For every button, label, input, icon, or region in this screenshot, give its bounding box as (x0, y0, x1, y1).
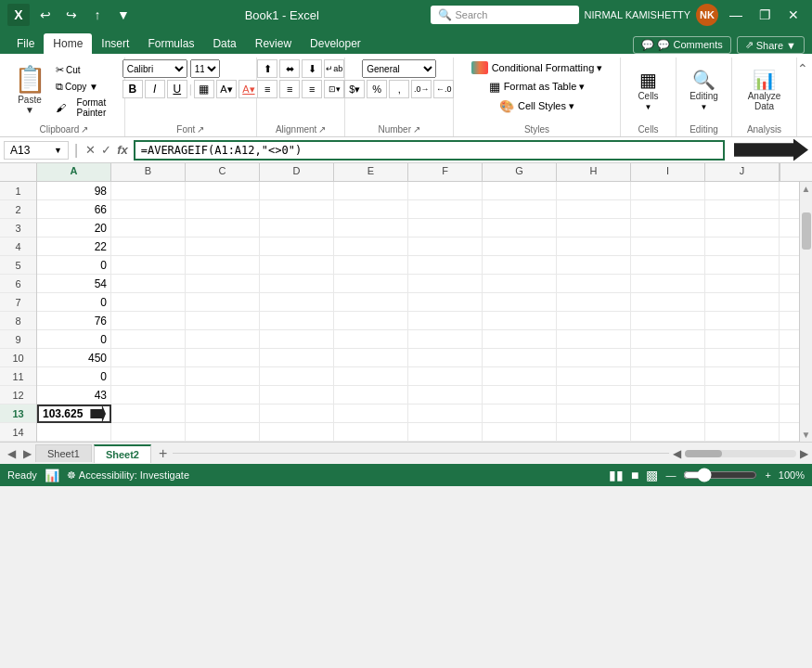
row-num-6[interactable]: 6 (0, 275, 36, 293)
cell-c2[interactable] (186, 200, 260, 219)
cell-f9[interactable] (408, 330, 483, 349)
clipboard-expand-icon[interactable]: ↗ (81, 124, 88, 135)
cell-e1[interactable] (334, 182, 408, 200)
cell-c8[interactable] (186, 312, 260, 330)
cell-i7[interactable] (631, 293, 705, 312)
accept-formula-button[interactable]: ✓ (99, 143, 113, 157)
col-header-j[interactable]: J (705, 163, 780, 181)
cell-h4[interactable] (557, 238, 631, 256)
scroll-up-button[interactable]: ▲ (802, 184, 811, 194)
sheet-tab-sheet2[interactable]: Sheet2 (94, 444, 151, 463)
cell-b4[interactable] (111, 238, 186, 256)
undo-button[interactable]: ↩ (35, 5, 56, 25)
row-num-8[interactable]: 8 (0, 312, 36, 330)
cell-h9[interactable] (557, 330, 631, 349)
align-middle-button[interactable]: ⬌ (279, 59, 300, 78)
wrap-text-button[interactable]: ↵ab (324, 59, 344, 78)
cell-i11[interactable] (631, 367, 705, 386)
cell-h6[interactable] (557, 275, 631, 293)
col-header-e[interactable]: E (334, 163, 408, 181)
cell-d10[interactable] (260, 349, 334, 367)
number-expand-icon[interactable]: ↗ (413, 124, 420, 135)
merge-cells-button[interactable]: ⊡▾ (324, 80, 344, 98)
cell-e10[interactable] (334, 349, 408, 367)
tab-data[interactable]: Data (203, 33, 245, 54)
vertical-scrollbar[interactable]: ▲ ▼ (799, 182, 812, 442)
cell-c4[interactable] (186, 238, 260, 256)
search-box[interactable]: 🔍 Search (431, 6, 579, 24)
cell-d2[interactable] (260, 200, 334, 219)
cell-h3[interactable] (557, 219, 631, 238)
cell-a12[interactable]: 43 (37, 386, 111, 405)
font-name-select[interactable]: Calibri (122, 59, 187, 78)
cell-g13[interactable] (483, 405, 557, 423)
conditional-formatting-button[interactable]: Conditional Formatting ▾ (468, 59, 607, 76)
cell-i9[interactable] (631, 330, 705, 349)
cell-styles-button[interactable]: 🎨 Cell Styles ▾ (496, 97, 578, 115)
decrease-decimal-button[interactable]: ←.0 (433, 80, 454, 98)
cell-ref-dropdown-icon[interactable]: ▼ (54, 146, 62, 155)
row-num-14[interactable]: 14 (0, 423, 36, 442)
cell-d8[interactable] (260, 312, 334, 330)
add-sheet-button[interactable]: + (153, 445, 173, 462)
view-normal-button[interactable]: ▮▮ (609, 468, 624, 482)
cell-i12[interactable] (631, 386, 705, 405)
cell-b6[interactable] (111, 275, 186, 293)
cell-a5[interactable]: 0 (37, 256, 111, 275)
tab-formulas[interactable]: Formulas (138, 33, 203, 54)
restore-button[interactable]: ❐ (754, 7, 777, 22)
cell-b13[interactable] (111, 405, 186, 423)
cell-b9[interactable] (111, 330, 186, 349)
cell-d5[interactable] (260, 256, 334, 275)
cell-a3[interactable]: 20 (37, 219, 111, 238)
cell-a7[interactable]: 0 (37, 293, 111, 312)
comma-button[interactable]: , (389, 80, 409, 98)
cell-d13[interactable] (260, 405, 334, 423)
formula-input[interactable] (134, 140, 725, 161)
hscroll-right-button[interactable]: ▶ (800, 447, 808, 460)
cell-f13[interactable] (408, 405, 483, 423)
tab-insert[interactable]: Insert (92, 33, 138, 54)
cell-c13[interactable] (186, 405, 260, 423)
view-page-button[interactable]: ▩ (646, 468, 658, 482)
cell-j2[interactable] (705, 200, 780, 219)
cell-h11[interactable] (557, 367, 631, 386)
cell-c1[interactable] (186, 182, 260, 200)
cell-e13[interactable] (334, 405, 408, 423)
align-bottom-button[interactable]: ⬇ (302, 59, 322, 78)
cell-e3[interactable] (334, 219, 408, 238)
cell-b12[interactable] (111, 386, 186, 405)
sheet-nav-prev-button[interactable]: ◀ (4, 447, 19, 460)
user-avatar[interactable]: NK (696, 4, 718, 26)
cell-j5[interactable] (705, 256, 780, 275)
cell-g3[interactable] (483, 219, 557, 238)
insert-function-button[interactable]: fx (115, 143, 130, 157)
cell-g4[interactable] (483, 238, 557, 256)
cell-i2[interactable] (631, 200, 705, 219)
cell-a2[interactable]: 66 (37, 200, 111, 219)
col-header-i[interactable]: I (631, 163, 705, 181)
tab-home[interactable]: Home (44, 33, 92, 54)
tab-review[interactable]: Review (246, 33, 301, 54)
align-left-button[interactable]: ≡ (257, 80, 277, 98)
cell-a9[interactable]: 0 (37, 330, 111, 349)
row-num-2[interactable]: 2 (0, 200, 36, 219)
copy-button[interactable]: ⧉ Copy ▼ (52, 79, 119, 95)
cell-e14[interactable] (334, 423, 408, 442)
qat-more-button[interactable]: ▼ (113, 5, 134, 25)
cell-a10[interactable]: 450 (37, 349, 111, 367)
cell-i8[interactable] (631, 312, 705, 330)
cell-d4[interactable] (260, 238, 334, 256)
alignment-expand-icon[interactable]: ↗ (318, 124, 326, 135)
cancel-formula-button[interactable]: ✕ (84, 143, 97, 157)
font-expand-icon[interactable]: ↗ (197, 124, 204, 135)
cell-e12[interactable] (334, 386, 408, 405)
cell-h7[interactable] (557, 293, 631, 312)
cell-reference-box[interactable]: A13 ▼ (4, 141, 69, 160)
collapse-ribbon-button[interactable]: ⌃ (797, 61, 808, 76)
cell-b2[interactable] (111, 200, 186, 219)
cell-g10[interactable] (483, 349, 557, 367)
cell-d14[interactable] (260, 423, 334, 442)
paste-button[interactable]: 📋 Paste▼ (9, 64, 50, 118)
cell-a14[interactable] (37, 423, 111, 442)
